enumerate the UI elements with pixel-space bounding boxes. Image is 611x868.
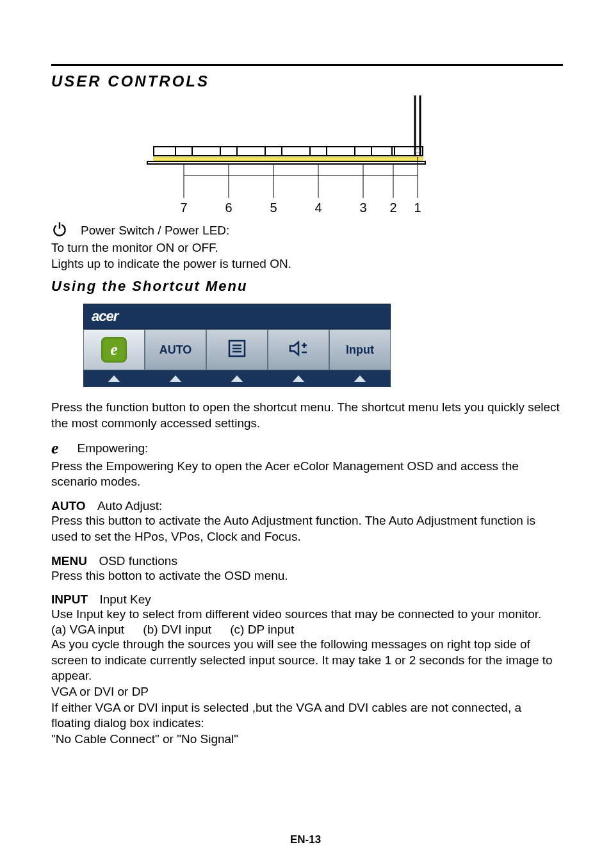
input-heading: Input Key — [99, 593, 151, 606]
osd-figure: acer e AUTO — [83, 304, 391, 387]
power-icon — [51, 221, 68, 240]
power-line1: To turn the monitor ON or OFF. — [51, 240, 563, 256]
empowering-e-icon-inline: e — [51, 441, 68, 459]
diagram-label-4: 4 — [314, 201, 322, 215]
auto-prefix: AUTO — [51, 499, 85, 512]
subsection-title: Using the Shortcut Menu — [51, 278, 563, 295]
osd-arrow — [206, 370, 268, 387]
empowering-e-icon: e — [101, 337, 127, 363]
osd-btn-input: Input — [329, 329, 391, 370]
empowering-heading: Empowering: — [77, 441, 148, 455]
controls-diagram: 7 6 5 4 3 2 1 — [102, 95, 442, 220]
volume-icon — [288, 339, 309, 361]
input-option-c: (c) DP input — [230, 623, 294, 637]
osd-btn-empowering: e — [83, 329, 145, 370]
input-body2: As you cycle through the sources you wil… — [51, 637, 563, 684]
input-body1: Use Input key to select from different v… — [51, 607, 563, 623]
diagram-label-5: 5 — [270, 201, 277, 215]
input-option-b: (b) DVI input — [143, 623, 211, 637]
input-options: (a) VGA input (b) DVI input (c) DP input — [51, 623, 563, 637]
power-line2: Lights up to indicate the power is turne… — [51, 256, 563, 272]
page-number: EN-13 — [0, 833, 611, 846]
menu-prefix: MENU — [51, 554, 87, 568]
diagram-label-6: 6 — [225, 201, 232, 215]
svg-text:e: e — [51, 441, 59, 456]
osd-btn-auto: AUTO — [145, 329, 206, 370]
menu-list-icon — [227, 339, 247, 361]
input-body5: "No Cable Connect" or "No Signal" — [51, 732, 563, 748]
auto-body: Press this button to activate the Auto A… — [51, 513, 563, 545]
svg-point-17 — [416, 149, 420, 152]
svg-rect-2 — [154, 147, 423, 156]
shortcut-intro: Press the function button to open the sh… — [51, 400, 563, 431]
menu-body: Press this botton to activate the OSD me… — [51, 568, 563, 584]
osd-btn-menu — [206, 329, 268, 370]
diagram-label-1: 1 — [414, 201, 421, 215]
svg-marker-32 — [290, 342, 298, 355]
osd-arrow — [329, 370, 391, 387]
osd-arrow — [145, 370, 206, 387]
input-prefix: INPUT — [51, 593, 88, 606]
diagram-label-7: 7 — [180, 201, 187, 215]
osd-arrow — [83, 370, 145, 387]
diagram-label-2: 2 — [389, 201, 396, 215]
menu-heading: OSD functions — [99, 554, 177, 568]
auto-heading: Auto Adjust: — [97, 499, 162, 512]
section-title: USER CONTROLS — [51, 72, 563, 90]
input-option-a: (a) VGA input — [51, 623, 124, 637]
power-heading: Power Switch / Power LED: — [81, 224, 229, 238]
input-body3: VGA or DVI or DP — [51, 684, 563, 700]
osd-logo: acer — [92, 308, 118, 325]
input-body4: If either VGA or DVI input is selected ,… — [51, 700, 563, 732]
svg-rect-3 — [154, 157, 423, 161]
horizontal-rule — [51, 64, 563, 66]
osd-btn-volume — [268, 329, 329, 370]
diagram-label-3: 3 — [359, 201, 366, 215]
empowering-body: Press the Empowering Key to open the Ace… — [51, 459, 563, 490]
svg-rect-4 — [147, 161, 425, 164]
osd-arrow — [268, 370, 329, 387]
